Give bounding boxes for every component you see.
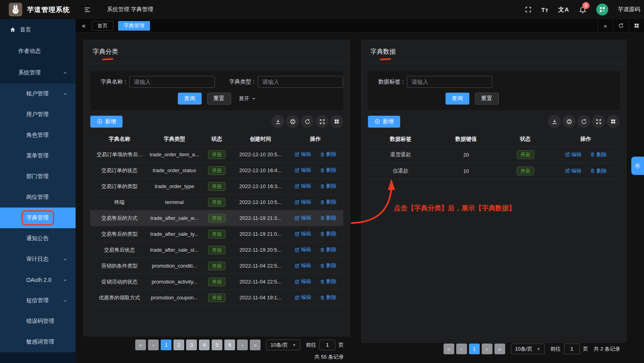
delete-button[interactable]: 删除: [320, 151, 337, 158]
search-button[interactable]: 查询: [446, 93, 469, 105]
next-page-button[interactable]: ›: [237, 340, 248, 350]
first-page-button[interactable]: «: [444, 344, 454, 354]
sidebar-item-oauth[interactable]: OAuth 2.0: [0, 270, 76, 290]
last-page-button[interactable]: »: [494, 344, 505, 354]
sidebar-item-menu[interactable]: 菜单管理: [0, 146, 76, 166]
sidebar-item-error-code[interactable]: 错误码管理: [0, 311, 76, 332]
sidebar-item-notice[interactable]: 通知公告: [0, 228, 76, 249]
page-button[interactable]: 4: [199, 340, 210, 350]
table-row-selected[interactable]: 交易售后的方式 trade_after_sale_w... 开启 2022-11…: [90, 210, 343, 226]
delete-button[interactable]: 删除: [320, 214, 337, 221]
reset-button[interactable]: 重置: [207, 93, 231, 105]
edit-button[interactable]: 编辑: [294, 278, 311, 285]
table-row[interactable]: 终端 terminal 开启 2022-12-10 10:5... 编辑 删除: [90, 194, 343, 210]
tab-dict-management[interactable]: 字典管理: [118, 21, 150, 31]
delete-button[interactable]: 删除: [320, 167, 337, 174]
page-button[interactable]: 2: [173, 340, 184, 350]
table-row[interactable]: 交易售后的类型 trade_after_sale_ty... 开启 2022-1…: [90, 226, 343, 242]
table-row[interactable]: 交易订单的类型 trade_order_type 开启 2022-12-10 1…: [90, 178, 343, 194]
delete-button[interactable]: 删除: [320, 262, 337, 269]
goto-page-input[interactable]: [564, 344, 580, 354]
download-icon[interactable]: [548, 115, 561, 128]
column-setting-icon[interactable]: [330, 115, 343, 128]
table-row[interactable]: 退货退款 20 开启 编辑 删除: [368, 146, 620, 163]
page-button-active[interactable]: 1: [161, 340, 171, 350]
table-row[interactable]: 交易售后状态 trade_after_sale_st... 开启 2022-11…: [90, 242, 343, 258]
prev-page-button[interactable]: ‹: [456, 344, 467, 354]
add-button[interactable]: 新增: [90, 116, 123, 128]
delete-button[interactable]: 删除: [320, 198, 337, 206]
font-size-icon[interactable]: Tт: [541, 6, 549, 13]
fullscreen-icon[interactable]: [525, 6, 532, 14]
sidebar-item-system-management[interactable]: 系统管理: [0, 62, 76, 83]
delete-button[interactable]: 删除: [320, 182, 337, 190]
sidebar-item-dept[interactable]: 部门管理: [0, 166, 76, 187]
edit-button[interactable]: 编辑: [294, 151, 311, 158]
sidebar-item-sms[interactable]: 短信管理: [0, 290, 76, 311]
add-button[interactable]: 新增: [368, 116, 400, 128]
edit-button[interactable]: 编辑: [565, 167, 582, 175]
next-page-button[interactable]: ›: [482, 344, 492, 354]
edit-button[interactable]: 编辑: [294, 246, 311, 253]
sidebar-item-audit-log[interactable]: 审计日志: [0, 249, 76, 270]
sidebar-item-home[interactable]: 首页: [0, 19, 76, 41]
refresh-icon[interactable]: [301, 115, 314, 128]
refresh-icon[interactable]: [577, 115, 590, 128]
table-row[interactable]: 交易订单的状态 trade_order_status 开启 2022-12-10…: [90, 162, 343, 178]
locale-icon[interactable]: 文A: [558, 6, 569, 14]
page-button[interactable]: 6: [224, 340, 235, 350]
print-icon[interactable]: [562, 115, 576, 128]
notification-bell-icon[interactable]: 5: [579, 6, 587, 14]
tab-home[interactable]: 首页: [92, 21, 113, 31]
edit-button[interactable]: 编辑: [294, 230, 311, 237]
edit-button[interactable]: 编辑: [294, 198, 311, 206]
delete-button[interactable]: 删除: [590, 167, 607, 175]
dict-type-input[interactable]: [258, 76, 343, 88]
sidebar-item-role[interactable]: 角色管理: [0, 125, 76, 146]
print-icon[interactable]: [286, 115, 299, 128]
sidebar-item-sensitive-word[interactable]: 敏感词管理: [0, 332, 76, 352]
edit-button[interactable]: 编辑: [294, 262, 311, 269]
edit-button[interactable]: 编辑: [565, 151, 582, 158]
page-button[interactable]: 5: [212, 340, 222, 350]
reset-button[interactable]: 重置: [475, 93, 499, 105]
delete-button[interactable]: 删除: [320, 230, 337, 237]
tabs-scroll-left-icon[interactable]: «: [82, 23, 86, 29]
page-size-select[interactable]: 10条/页 ▼: [266, 340, 300, 350]
sidebar-item-post[interactable]: 岗位管理: [0, 187, 76, 208]
page-button[interactable]: 3: [186, 340, 197, 350]
edit-button[interactable]: 编辑: [294, 294, 311, 301]
username[interactable]: 芋道源码: [618, 6, 640, 13]
dict-name-input[interactable]: [129, 76, 215, 88]
breadcrumb-item[interactable]: 系统管理: [107, 6, 120, 13]
delete-button[interactable]: 删除: [320, 246, 337, 253]
delete-button[interactable]: 删除: [320, 294, 337, 301]
expand-toggle[interactable]: 展开: [239, 95, 256, 102]
download-icon[interactable]: [271, 115, 284, 128]
page-button-active[interactable]: 1: [469, 344, 480, 354]
column-setting-icon[interactable]: [607, 115, 620, 128]
page-size-select[interactable]: 10条/页 ▼: [511, 344, 545, 354]
edit-button[interactable]: 编辑: [294, 182, 311, 190]
prev-page-button[interactable]: ‹: [148, 340, 159, 350]
tab-refresh-icon[interactable]: [613, 19, 628, 32]
sidebar-item-user[interactable]: 用户管理: [0, 104, 76, 125]
sidebar-item-dict-active[interactable]: 字典管理: [0, 208, 76, 228]
table-row[interactable]: 营销的条件类型 promotion_conditi... 开启 2022-11-…: [90, 258, 343, 274]
goto-page-input[interactable]: [319, 340, 335, 350]
search-button[interactable]: 查询: [178, 93, 202, 105]
delete-button[interactable]: 删除: [590, 151, 607, 158]
first-page-button[interactable]: «: [135, 340, 146, 350]
edit-button[interactable]: 编辑: [294, 167, 311, 174]
fullscreen-icon[interactable]: [315, 115, 329, 128]
edit-button[interactable]: 编辑: [294, 214, 311, 221]
table-row[interactable]: 交易订单项的售后... trade_order_item_a... 开启 202…: [90, 146, 343, 162]
table-row[interactable]: 促销活动的状态 promotion_activity... 开启 2022-11…: [90, 274, 343, 289]
fullscreen-icon[interactable]: [592, 115, 605, 128]
theme-settings-button[interactable]: [631, 157, 644, 175]
avatar[interactable]: [596, 4, 608, 16]
sidebar-collapse-icon[interactable]: [84, 6, 91, 14]
data-label-input[interactable]: [407, 76, 492, 88]
sidebar-item-tenant[interactable]: 租户管理: [0, 83, 76, 104]
table-row[interactable]: 优惠券的领取方式 promotion_coupon... 开启 2022-11-…: [90, 289, 343, 305]
